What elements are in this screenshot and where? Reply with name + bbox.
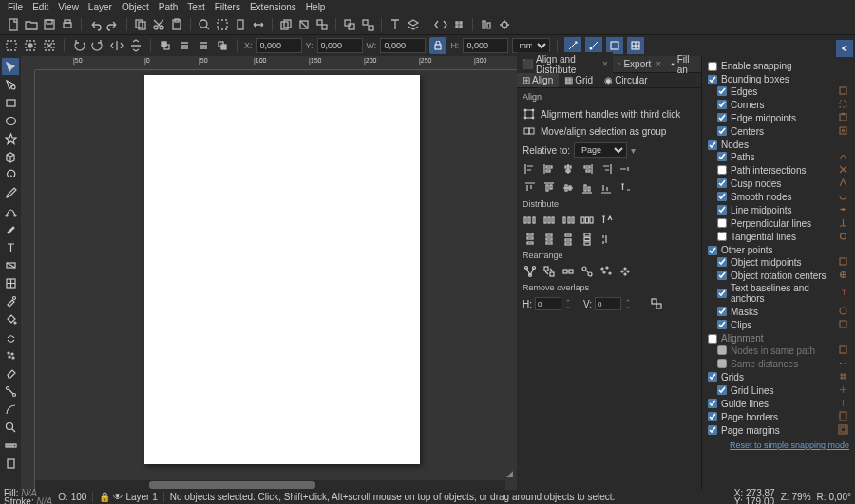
rotation-value[interactable]: 0,00° — [829, 492, 851, 502]
zoom-tool[interactable] — [2, 419, 19, 436]
unlink-clone-icon[interactable] — [314, 17, 330, 32]
nodes-checkbox[interactable] — [708, 140, 717, 150]
flip-h-icon[interactable] — [109, 38, 124, 53]
lower-bottom-icon[interactable] — [215, 38, 230, 53]
reset-snapping-link[interactable]: Reset to simple snapping mode — [708, 440, 849, 450]
menu-filters[interactable]: Filters — [211, 1, 244, 13]
rotate-ccw-icon[interactable] — [71, 38, 86, 53]
overlap-h-input[interactable] — [535, 297, 561, 310]
align-top-edge-icon[interactable] — [522, 180, 538, 196]
dist-top-icon[interactable] — [522, 232, 538, 247]
zoom-page-icon[interactable] — [233, 17, 248, 32]
align-right-icon[interactable] — [580, 161, 595, 177]
copy-icon[interactable] — [133, 17, 148, 32]
collapse-panel-icon[interactable] — [836, 40, 853, 57]
textbase-checkbox[interactable] — [717, 289, 727, 298]
bbox-checkbox[interactable] — [708, 75, 717, 84]
raise-top-icon[interactable] — [158, 38, 173, 53]
overlap-v-input[interactable] — [595, 297, 621, 310]
centers-checkbox[interactable] — [717, 126, 727, 136]
align-bottom-icon[interactable] — [580, 180, 595, 196]
exchange-z-icon[interactable] — [560, 264, 576, 279]
tab-fill[interactable]: ▪Fill an — [666, 52, 701, 77]
y-input[interactable] — [317, 38, 363, 53]
paste-icon[interactable] — [169, 17, 184, 32]
scrollbar-horizontal[interactable] — [35, 480, 505, 490]
dist-center-v-icon[interactable] — [542, 232, 557, 247]
linemid-checkbox[interactable] — [717, 205, 727, 215]
dist-text-h-icon[interactable] — [598, 213, 614, 228]
relative-select[interactable]: Page — [574, 142, 627, 158]
align-text-left-icon[interactable] — [618, 161, 633, 177]
text-flow-icon[interactable] — [388, 17, 403, 32]
print-icon[interactable] — [60, 17, 75, 32]
menu-path[interactable]: Path — [155, 1, 182, 13]
select-all-icon[interactable] — [4, 38, 19, 53]
spin-up-icon[interactable]: + — [564, 297, 572, 304]
other-checkbox[interactable] — [708, 246, 717, 255]
star-tool[interactable] — [2, 130, 19, 147]
x-input[interactable] — [256, 38, 302, 53]
cusp-checkbox[interactable] — [717, 178, 727, 188]
grids-checkbox[interactable] — [708, 372, 717, 382]
pathint-checkbox[interactable] — [717, 165, 727, 175]
raise-icon[interactable] — [177, 38, 192, 53]
save-icon[interactable] — [42, 17, 57, 32]
ellipse-tool[interactable] — [2, 112, 19, 129]
measure-tool[interactable] — [2, 437, 19, 454]
move-patterns-icon[interactable] — [627, 37, 644, 54]
duplicate-icon[interactable] — [278, 17, 294, 32]
spin-up-icon[interactable]: + — [624, 297, 632, 304]
text-tool[interactable] — [2, 238, 19, 255]
eye-icon[interactable]: 👁 — [113, 492, 123, 502]
connector-tool[interactable] — [2, 383, 19, 400]
selectors-icon[interactable] — [451, 17, 466, 32]
align-right-edge-icon[interactable] — [598, 161, 614, 177]
tang-checkbox[interactable] — [717, 232, 727, 241]
selector-tool[interactable] — [2, 58, 19, 75]
exchange-clock-icon[interactable] — [580, 264, 595, 279]
remove-overlap-button[interactable] — [649, 296, 664, 311]
opacity-value[interactable]: 100 — [71, 492, 87, 502]
ruler-vertical[interactable] — [21, 70, 35, 490]
corners-checkbox[interactable] — [717, 100, 727, 109]
menu-layer[interactable]: Layer — [85, 1, 116, 13]
gridlines-checkbox[interactable] — [717, 385, 727, 395]
paths-checkbox[interactable] — [717, 152, 727, 161]
objrot-checkbox[interactable] — [717, 271, 727, 280]
stroke-value[interactable]: N/A — [36, 496, 52, 505]
clone-icon[interactable] — [296, 17, 312, 32]
guidelines-checkbox[interactable] — [708, 399, 717, 408]
edgemid-checkbox[interactable] — [717, 113, 727, 122]
subtab-circular[interactable]: ◉Circular — [598, 73, 653, 87]
dist-right-icon[interactable] — [560, 213, 576, 228]
menu-help[interactable]: Help — [302, 1, 330, 13]
subtab-grid[interactable]: ▦Grid — [559, 73, 598, 87]
samepath-checkbox[interactable] — [717, 345, 727, 355]
samedist-checkbox[interactable] — [717, 359, 727, 368]
mesh-tool[interactable] — [2, 274, 19, 291]
exchange-icon[interactable] — [542, 264, 557, 279]
pagemargins-checkbox[interactable] — [708, 425, 717, 435]
pages-tool[interactable] — [2, 455, 19, 472]
random-icon[interactable] — [598, 264, 614, 279]
cut-icon[interactable] — [151, 17, 166, 32]
pencil-tool[interactable] — [2, 184, 19, 201]
rotate-cw-icon[interactable] — [90, 38, 105, 53]
smooth-checkbox[interactable] — [717, 192, 727, 201]
align-center-v-icon[interactable] — [560, 180, 576, 196]
canvas[interactable] — [35, 70, 517, 478]
prefs-icon[interactable] — [497, 17, 512, 32]
zoom-draw-icon[interactable] — [215, 17, 230, 32]
lock-icon[interactable]: 🔒 — [99, 492, 110, 502]
xml-icon[interactable] — [433, 17, 448, 32]
h-input[interactable] — [463, 38, 508, 53]
clips-checkbox[interactable] — [717, 320, 727, 329]
zoom-width-icon[interactable] — [251, 17, 266, 32]
dist-left-icon[interactable] — [522, 213, 538, 228]
dist-text-v-icon[interactable] — [598, 232, 614, 247]
align-left-edge-icon[interactable] — [522, 161, 538, 177]
undo-icon[interactable] — [87, 17, 103, 32]
group-icon[interactable] — [342, 17, 357, 32]
menu-object[interactable]: Object — [118, 1, 153, 13]
